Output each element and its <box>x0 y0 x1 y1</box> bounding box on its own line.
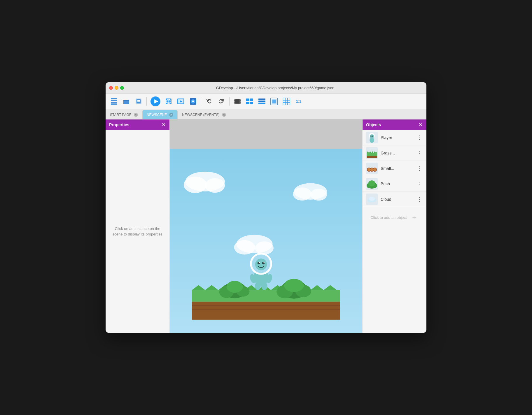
traffic-lights <box>109 86 124 90</box>
svg-point-77 <box>370 136 372 137</box>
preview3d-button[interactable] <box>163 96 174 107</box>
scene-elements-svg <box>170 149 362 333</box>
main-area: Properties ✕ Click on an instance on the… <box>106 119 426 333</box>
object-item-small[interactable]: Small... ⋮ <box>363 161 426 176</box>
small-object-name: Small... <box>381 166 413 171</box>
svg-point-65 <box>261 282 267 290</box>
scene-background <box>170 119 362 333</box>
svg-rect-79 <box>367 153 377 156</box>
svg-rect-26 <box>240 101 241 102</box>
object-item-player[interactable]: Player ⋮ <box>363 130 426 145</box>
svg-point-56 <box>227 281 243 293</box>
grid-button[interactable] <box>281 96 292 107</box>
svg-point-45 <box>184 177 207 193</box>
properties-hint: Click on an instance on the scene to dis… <box>111 226 164 237</box>
tab-newscene[interactable]: NEWSCENE ✕ <box>142 110 178 119</box>
objects-panel-close[interactable]: ✕ <box>419 122 423 128</box>
player-character <box>249 253 273 290</box>
svg-point-46 <box>205 178 225 193</box>
minimize-window-button[interactable] <box>115 86 118 90</box>
add-object-label: Click to add an object <box>370 215 407 220</box>
ground-dirt <box>192 302 340 320</box>
svg-rect-35 <box>258 103 265 104</box>
svg-point-85 <box>368 168 370 171</box>
objects-list-button[interactable] <box>244 96 255 107</box>
app-window: GDevelop - /Users/florian/GDevelop proje… <box>106 82 426 333</box>
cloud-menu-button[interactable]: ⋮ <box>416 196 423 203</box>
svg-point-71 <box>259 262 260 263</box>
tab-newscene-events[interactable]: NEWSCENE (EVENTS) ✕ <box>178 110 230 119</box>
tab-newscene-events-close[interactable]: ✕ <box>222 113 226 117</box>
toolbar-sep-1 <box>146 97 147 106</box>
add-object-button[interactable]: + <box>410 213 419 222</box>
cloud-object-name: Cloud <box>381 197 413 202</box>
svg-point-76 <box>370 138 374 143</box>
objects-panel-title: Objects <box>366 122 381 127</box>
tab-newscene-events-label: NEWSCENE (EVENTS) <box>182 113 220 117</box>
svg-point-86 <box>370 168 373 171</box>
properties-panel-close[interactable]: ✕ <box>162 122 166 128</box>
tab-start-page-close[interactable]: ✕ <box>134 113 138 117</box>
close-window-button[interactable] <box>109 86 113 90</box>
svg-rect-25 <box>240 99 241 100</box>
svg-rect-24 <box>234 103 235 104</box>
scene-button[interactable] <box>269 96 280 107</box>
svg-rect-2 <box>111 102 117 103</box>
cloud-thumbnail <box>366 194 378 205</box>
small-menu-button[interactable]: ⋮ <box>416 165 423 172</box>
open-button[interactable] <box>121 96 132 107</box>
svg-point-87 <box>373 168 376 171</box>
svg-rect-29 <box>246 99 249 101</box>
svg-point-91 <box>368 180 375 186</box>
svg-rect-39 <box>283 98 290 105</box>
zoom-button[interactable]: 1:1 <box>293 96 304 107</box>
toolbar-sep-3 <box>229 97 230 106</box>
window-title: GDevelop - /Users/florian/GDevelop proje… <box>127 86 423 90</box>
svg-rect-81 <box>367 156 377 158</box>
tab-start-page[interactable]: START PAGE ✕ <box>106 110 142 119</box>
svg-rect-7 <box>137 101 140 102</box>
svg-point-95 <box>369 197 375 201</box>
object-item-cloud[interactable]: Cloud ⋮ <box>363 192 426 207</box>
svg-rect-22 <box>234 99 235 100</box>
svg-rect-33 <box>258 99 265 100</box>
redo-button[interactable] <box>216 96 227 107</box>
bush-menu-button[interactable]: ⋮ <box>416 180 423 187</box>
svg-rect-31 <box>246 102 249 104</box>
tab-newscene-label: NEWSCENE <box>147 113 167 117</box>
bush-object-right <box>276 279 311 299</box>
preview-button[interactable] <box>175 96 186 107</box>
tab-newscene-close[interactable]: ✕ <box>169 113 173 117</box>
toolbar: 1:1 <box>106 94 426 109</box>
small-thumbnail <box>366 163 378 174</box>
svg-point-51 <box>234 240 255 255</box>
tab-start-page-label: START PAGE <box>110 113 132 117</box>
play-button[interactable] <box>149 95 162 108</box>
svg-rect-34 <box>258 101 265 102</box>
svg-point-49 <box>310 189 327 201</box>
project-button[interactable] <box>108 96 120 107</box>
bush-thumbnail <box>366 178 378 190</box>
objects-panel: Objects ✕ Player ⋮ <box>362 119 426 333</box>
object-item-bush[interactable]: Bush ⋮ <box>363 176 426 192</box>
fullscreen-window-button[interactable] <box>120 86 124 90</box>
svg-point-64 <box>255 282 261 290</box>
objects-panel-header: Objects ✕ <box>363 119 426 130</box>
film-button[interactable] <box>232 96 243 107</box>
undo-button[interactable] <box>204 96 215 107</box>
svg-point-72 <box>264 262 265 263</box>
layers-button[interactable] <box>256 96 267 107</box>
publish-button[interactable] <box>188 96 199 107</box>
properties-panel-title: Properties <box>109 122 129 127</box>
add-object-area[interactable]: Click to add an object + <box>363 207 426 228</box>
object-item-grass[interactable]: Grass... ⋮ <box>363 145 426 161</box>
build-button[interactable] <box>133 96 144 107</box>
scene-canvas[interactable] <box>170 119 362 333</box>
svg-rect-27 <box>240 103 241 104</box>
svg-rect-3 <box>111 103 117 105</box>
svg-rect-32 <box>250 102 253 104</box>
player-menu-button[interactable]: ⋮ <box>416 134 423 141</box>
grass-menu-button[interactable]: ⋮ <box>416 150 423 156</box>
scene-above-area <box>170 119 362 149</box>
svg-point-48 <box>293 187 312 201</box>
